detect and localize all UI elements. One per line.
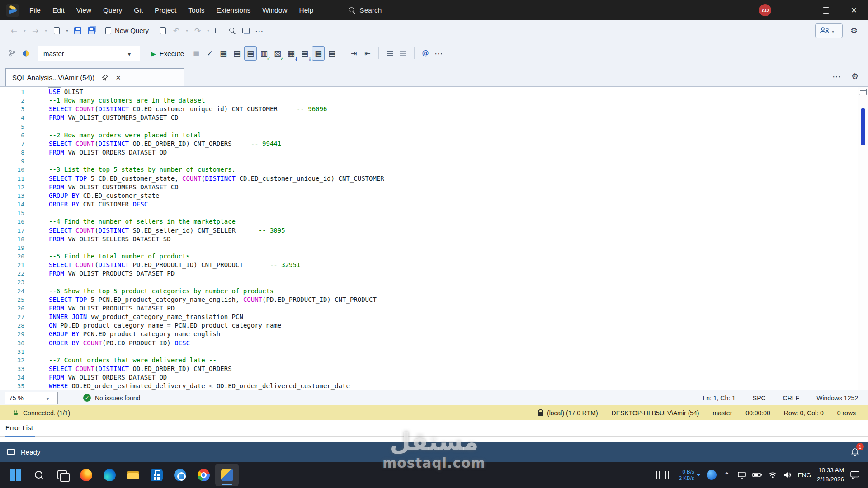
new-file-dropdown[interactable] [64,23,71,38]
code-line[interactable]: INNER JOIN vw_product_category_name_tran… [49,313,868,321]
usage-meter-icon[interactable] [656,471,673,479]
editor-settings-icon[interactable] [849,69,861,84]
line-number[interactable]: 9 [0,157,33,165]
line-number[interactable]: 19 [0,244,33,252]
git-branch-button[interactable] [6,46,19,61]
tab-close-icon[interactable] [116,73,121,82]
code-line[interactable]: --2 How many orders were placed in total [49,131,868,140]
start-taskbar-button[interactable] [4,464,27,486]
new-window-button[interactable] [212,23,225,38]
git-status-button[interactable] [19,46,32,61]
ssms-taskbar-button[interactable] [215,464,239,486]
code-line[interactable]: ON PD.ED_product_category_name = PCN.ED_… [49,321,868,330]
display-tray-icon[interactable] [737,471,746,479]
code-line[interactable] [49,157,868,165]
redo-button[interactable] [191,23,204,38]
code-line[interactable]: FROM VW_OLIST_PRODUCTS_DATASET PD [49,304,868,313]
maximize-button[interactable] [812,0,840,20]
network-speed-widget[interactable]: 0 B/s 2 KB/s [679,469,701,482]
menu-tools[interactable]: Tools [182,0,210,20]
line-number[interactable]: 2 [0,96,33,105]
redo-dropdown[interactable] [205,23,212,38]
toolbar-options-button[interactable] [848,23,860,38]
code-line[interactable]: SELECT COUNT(DISTINCT SD.ED_seller_id) C… [49,226,868,235]
file-explorer-taskbar-button[interactable] [121,464,145,486]
menu-window[interactable]: Window [256,0,293,20]
menu-help[interactable]: Help [293,0,319,20]
caret-position[interactable]: Ln: 1, Ch: 1 [703,394,735,402]
branch-selector[interactable]: master [38,46,140,61]
tab-sql-analysis[interactable]: SQL Analysis...V\Amir (54)) [5,68,184,86]
line-number[interactable]: 35 [0,382,33,390]
code-line[interactable] [49,244,868,252]
code-line[interactable]: FROM VW_OLIST_ORDERS_DATASET OD [49,373,868,382]
query-toolbar-overflow-button[interactable] [433,46,445,61]
search-box[interactable]: Search [349,6,382,14]
code-line[interactable]: --7 Count orders that were delivered lat… [49,356,868,365]
actual-plan-button[interactable] [258,46,270,61]
line-number[interactable]: 13 [0,192,33,200]
navigate-back-dropdown[interactable] [21,23,28,38]
menu-view[interactable]: View [71,0,97,20]
menu-project[interactable]: Project [149,0,182,20]
live-share-button[interactable] [815,23,843,38]
line-number[interactable]: 16 [0,217,33,226]
line-number[interactable]: 17 [0,226,33,235]
results-to-file-button[interactable] [285,46,297,61]
code-line[interactable]: SELECT TOP 5 CD.ED_customer_state, COUNT… [49,174,868,183]
code-line[interactable] [49,122,868,131]
whitespace-mode[interactable]: SPC [753,394,766,402]
save-button[interactable] [71,23,84,38]
scrollbar-thumb[interactable] [861,108,865,145]
code-line[interactable]: USE OLIST [49,88,868,96]
code-line[interactable]: FROM VW_OLIST_SELLERS_DATASET SD [49,235,868,244]
code-line[interactable]: FROM VW_OLIST_ORDERS_DATASET OD [49,148,868,157]
line-ending[interactable]: CRLF [783,394,800,402]
navigate-forward-dropdown[interactable] [42,23,49,38]
line-number[interactable]: 5 [0,122,33,131]
code-line[interactable]: --5 Find the total number of products [49,252,868,261]
line-number[interactable]: 33 [0,365,33,373]
encoding[interactable]: Windows 1252 [816,394,858,402]
new-file-button[interactable] [50,23,63,38]
close-button[interactable] [840,0,868,20]
outlook-taskbar-button[interactable] [168,464,192,486]
open-query-button[interactable] [156,23,169,38]
error-list-tab[interactable]: Error List [5,424,33,432]
standard-toolbar-overflow-button[interactable] [253,23,266,38]
line-number[interactable]: 32 [0,356,33,365]
parse-query-button[interactable] [203,46,216,61]
chrome-taskbar-button[interactable] [192,464,215,486]
tray-app-icon[interactable] [707,470,717,480]
language-indicator[interactable]: ENG [798,472,811,479]
sql-editor[interactable]: 1234567891011121314151617181920212223242… [0,87,868,390]
estimated-plan-button[interactable] [217,46,230,61]
line-number[interactable]: 4 [0,113,33,122]
menu-file[interactable]: File [24,0,47,20]
line-number[interactable]: 21 [0,261,33,269]
menu-extensions[interactable]: Extensions [211,0,257,20]
save-all-button[interactable] [85,23,98,38]
execute-button[interactable]: Execute [146,46,189,61]
notifications-button[interactable]: 1 [849,446,861,458]
line-number[interactable]: 1 [0,88,33,96]
uncomment-selection-button[interactable] [397,46,410,61]
results-to-grid-button[interactable] [312,46,325,61]
code-line[interactable] [49,209,868,217]
line-number[interactable]: 18 [0,235,33,244]
query-options-button[interactable] [231,46,243,61]
line-number[interactable]: 25 [0,296,33,304]
code-line[interactable]: SELECT COUNT(DISTINCT CD.ED_customer_uni… [49,105,868,113]
code-line[interactable]: WHERE OD.ED_order_estimated_delivery_dat… [49,382,868,390]
code-line[interactable]: ORDER BY COUNT(PD.ED_PRODUCT_ID) DESC [49,339,868,347]
cancel-query-button[interactable] [190,46,203,61]
line-number[interactable]: 3 [0,105,33,113]
line-number[interactable]: 28 [0,321,33,330]
find-in-files-button[interactable] [226,23,239,38]
line-number[interactable]: 29 [0,330,33,338]
code-line[interactable] [49,347,868,356]
comment-selection-button[interactable] [383,46,396,61]
menu-git[interactable]: Git [128,0,149,20]
firefox-taskbar-button[interactable] [74,464,98,486]
line-number[interactable]: 14 [0,200,33,209]
